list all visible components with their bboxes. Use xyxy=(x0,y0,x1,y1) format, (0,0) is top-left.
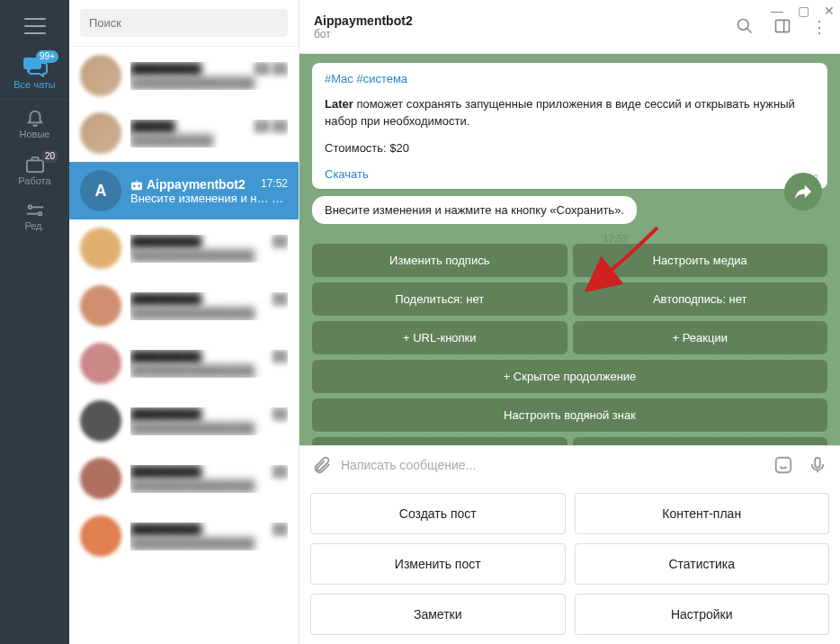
annotation-arrow xyxy=(581,223,662,295)
chat-row[interactable]: █████████████████████████ xyxy=(69,392,299,450)
svg-point-3 xyxy=(38,212,41,216)
reply-keyboard: Создать пост Контент-план Изменить пост … xyxy=(299,484,840,644)
rail-edit[interactable]: Ред. xyxy=(0,195,69,240)
kb-save[interactable]: 💾Сохранить xyxy=(573,437,828,445)
chat-preview: Внесите изменения и н… xyxy=(130,192,268,205)
badge-work: 20 xyxy=(41,150,58,163)
emoji-icon[interactable] xyxy=(773,455,793,475)
avatar: A xyxy=(80,170,121,211)
svg-rect-5 xyxy=(131,182,142,190)
svg-line-10 xyxy=(747,28,752,32)
svg-rect-0 xyxy=(26,160,42,172)
chat-header: Aippaymentbot2 бот ⋮ xyxy=(299,0,840,54)
kb-cancel[interactable]: « Отменить xyxy=(312,437,567,445)
message-body: Later поможет сохранять запущенные прило… xyxy=(325,96,815,130)
share-icon xyxy=(793,183,813,201)
bm-settings[interactable]: Настройки xyxy=(575,594,830,635)
search-input[interactable] xyxy=(80,9,288,37)
svg-point-7 xyxy=(138,184,140,187)
chat-row-selected[interactable]: A Aippaymentbot2 17:52 Внесите изменения… xyxy=(69,162,299,219)
kb-reactions[interactable]: + Реакции xyxy=(573,321,828,354)
chat-list: ██████████:█████████████████ ███████:███… xyxy=(69,0,299,644)
bot-icon xyxy=(130,180,143,191)
mic-icon[interactable] xyxy=(808,455,827,475)
chat-name: Aippaymentbot2 xyxy=(130,177,246,192)
download-link[interactable]: Скачать xyxy=(325,167,369,181)
rail-label: Ред. xyxy=(0,220,69,231)
svg-point-6 xyxy=(133,184,136,187)
header-subtitle: бот xyxy=(314,28,413,40)
rail-label: Работа xyxy=(0,175,69,186)
more-icon[interactable]: ⋮ xyxy=(811,17,826,37)
sidebar-toggle-icon[interactable] xyxy=(773,17,791,35)
bm-content-plan[interactable]: Контент-план xyxy=(575,493,830,534)
search-icon[interactable] xyxy=(736,17,754,35)
compose-input[interactable] xyxy=(341,458,773,472)
message-price: Стоимость: $20 xyxy=(325,141,815,155)
help-bubble: Внесите изменения и нажмите на кнопку «С… xyxy=(312,196,637,224)
chat-row[interactable]: █████████████████████████ xyxy=(69,219,299,277)
bm-edit-post[interactable]: Изменить пост xyxy=(310,543,566,585)
header-title: Aippaymentbot2 xyxy=(314,13,413,28)
bm-notes[interactable]: Заметки xyxy=(310,594,566,635)
kb-hidden-continuation[interactable]: + Скрытое продолжение xyxy=(312,360,827,393)
pin-icon: 📌 xyxy=(277,192,288,205)
chat-row[interactable]: ██████████:█████████████████ xyxy=(69,47,299,104)
message-tags[interactable]: #Mac #система xyxy=(325,72,815,85)
bm-stats[interactable]: Статистика xyxy=(575,543,830,585)
sliders-icon xyxy=(25,202,45,219)
chat-row[interactable]: █████████████████████████ xyxy=(69,335,299,392)
chat-row[interactable]: █████████████████████████ xyxy=(69,277,299,335)
bell-icon xyxy=(25,107,45,127)
rail-label: Все чаты xyxy=(0,79,69,90)
badge-all-chats: 99+ xyxy=(36,50,58,63)
window-controls: — ▢ ✕ xyxy=(771,4,835,18)
chat-area[interactable]: #Mac #система Later поможет сохранять за… xyxy=(299,54,840,445)
svg-rect-13 xyxy=(776,458,791,473)
chat-row[interactable]: ███████:████████████ xyxy=(69,104,299,162)
attach-icon[interactable] xyxy=(312,455,332,475)
window-close[interactable]: ✕ xyxy=(824,4,835,18)
inline-keyboard: Изменить подпись Настроить медиа Поделит… xyxy=(312,244,827,445)
svg-point-1 xyxy=(28,206,31,210)
chat-row[interactable]: █████████████████████████ xyxy=(69,450,299,507)
share-fab[interactable] xyxy=(784,173,822,210)
svg-rect-14 xyxy=(815,458,820,468)
rail-work[interactable]: 20 Работа xyxy=(0,148,69,195)
kb-share[interactable]: Поделиться: нет xyxy=(312,282,567,316)
svg-rect-11 xyxy=(776,20,790,31)
menu-icon[interactable] xyxy=(24,18,46,34)
main-panel: Aippaymentbot2 бот ⋮ #Mac #система Later… xyxy=(299,0,840,644)
composer xyxy=(299,445,840,484)
nav-rail: 99+ Все чаты Новые 20 Работа Ред. xyxy=(0,0,69,644)
svg-point-9 xyxy=(738,19,749,30)
rail-label: Новые xyxy=(0,129,69,139)
rail-all-chats[interactable]: 99+ Все чаты xyxy=(0,49,69,100)
rail-new[interactable]: Новые xyxy=(0,100,69,148)
kb-edit-caption[interactable]: Изменить подпись xyxy=(312,244,567,277)
chat-time: 17:52 xyxy=(261,177,288,192)
kb-watermark[interactable]: Настроить водяной знак xyxy=(312,398,827,432)
message-card[interactable]: #Mac #система Later поможет сохранять за… xyxy=(312,63,827,189)
kb-url-buttons[interactable]: + URL-кнопки xyxy=(312,321,567,354)
window-maximize[interactable]: ▢ xyxy=(798,4,809,18)
window-minimize[interactable]: — xyxy=(771,4,783,18)
bm-create-post[interactable]: Создать пост xyxy=(310,493,566,534)
chat-row[interactable]: █████████████████████████ xyxy=(69,507,299,565)
